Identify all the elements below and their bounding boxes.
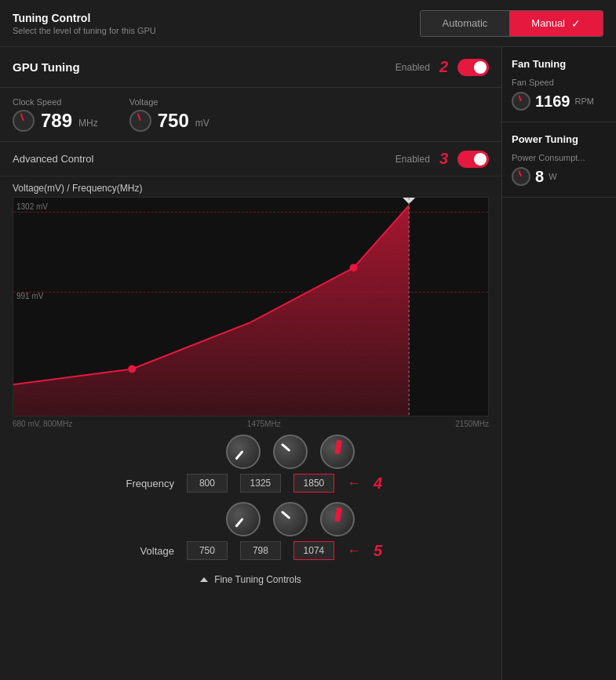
freq-knob-1[interactable] [226, 435, 261, 469]
power-consumption-dial[interactable] [512, 167, 530, 186]
chart-x-labels: 680 mV, 800MHz 1475MHz 2150MHz [0, 416, 501, 428]
vf-label: Voltage(mV) / Frequency(MHz) [0, 176, 501, 197]
fan-speed-value: 1169 [535, 93, 570, 111]
chart-x-right: 2150MHz [455, 420, 489, 428]
advanced-toggle[interactable] [457, 151, 489, 168]
power-tuning-title: Power Tuning [512, 133, 607, 145]
chart-dashed-mid [13, 292, 488, 293]
metrics-row: Clock Speed 789 MHz Voltage 750 mV [0, 88, 501, 142]
clock-unit: MHz [78, 118, 98, 129]
automatic-button[interactable]: Automatic [421, 11, 510, 36]
annotation-2: 2 [439, 58, 448, 76]
voltage-unit: mV [195, 118, 210, 129]
volt-input-1[interactable] [187, 541, 228, 560]
voltage-label: Voltage [129, 97, 210, 107]
gpu-tuning-title: GPU Tuning [13, 60, 80, 74]
advanced-control-row: Advanced Control Enabled 3 [0, 142, 501, 176]
freq-input-2[interactable] [240, 474, 281, 493]
annotation-5-arrow: ← [347, 543, 361, 559]
frequency-knobs-row [226, 435, 355, 469]
voltage-dial[interactable] [129, 110, 151, 132]
clock-value: 789 [41, 110, 72, 132]
power-consumption-row: 8 W [512, 167, 607, 186]
freq-input-1[interactable] [187, 474, 228, 493]
gpu-tuning-toggle-container: Enabled 2 [395, 58, 489, 76]
volt-knob-1[interactable] [226, 502, 261, 536]
power-consumption-label: Power Consumpt... [512, 153, 607, 162]
frequency-section: Frequency ← 4 Voltage ← 5 [0, 428, 501, 566]
svg-marker-0 [13, 205, 409, 416]
vf-chart[interactable]: 1302 mV 991 mV [13, 197, 489, 416]
tuning-header: Tuning Control Select the level of tunin… [0, 0, 616, 47]
chart-x-mid: 1475MHz [247, 420, 281, 428]
tuning-title: Tuning Control [13, 12, 156, 24]
frequency-label: Frequency [119, 478, 174, 489]
fan-tuning-title: Fan Tuning [512, 58, 607, 70]
voltage-item: Voltage 750 mV [129, 97, 210, 132]
main-content: GPU Tuning Enabled 2 Clock Speed 789 MHz… [0, 47, 616, 680]
voltage-knobs-row [226, 502, 355, 536]
volt-knob-2[interactable] [273, 502, 308, 536]
gpu-enabled-label: Enabled [395, 62, 430, 73]
gpu-tuning-toggle[interactable] [457, 59, 489, 76]
chart-x-left: 680 mV, 800MHz [13, 420, 72, 428]
svg-point-1 [128, 365, 136, 373]
svg-point-2 [350, 264, 358, 271]
tuning-subtitle: Select the level of tuning for this GPU [13, 26, 156, 35]
clock-value-row: 789 MHz [13, 110, 98, 132]
advanced-toggle-container: Enabled 3 [395, 150, 489, 168]
manual-button[interactable]: Manual [509, 11, 603, 36]
volt-knob-3[interactable] [320, 502, 355, 536]
voltage-value-row: 750 mV [129, 110, 210, 132]
clock-dial[interactable] [13, 110, 35, 132]
tuning-header-text: Tuning Control Select the level of tunin… [13, 12, 156, 35]
annotation-3: 3 [439, 150, 448, 168]
fan-tuning-section: Fan Tuning Fan Speed 1169 RPM [502, 47, 616, 122]
freq-input-3[interactable] [293, 474, 334, 493]
freq-knob-2[interactable] [273, 435, 308, 469]
clock-speed-item: Clock Speed 789 MHz [13, 97, 98, 132]
chart-y-mid-label: 991 mV [16, 292, 43, 300]
fan-speed-label: Fan Speed [512, 78, 607, 87]
left-panel: GPU Tuning Enabled 2 Clock Speed 789 MHz… [0, 47, 502, 680]
fan-speed-row: 1169 RPM [512, 92, 607, 111]
frequency-values-row: Frequency ← 4 [119, 474, 382, 493]
gpu-tuning-header: GPU Tuning Enabled 2 [0, 47, 501, 88]
power-consumption-unit: W [549, 172, 556, 181]
annotation-4-arrow: ← [347, 475, 361, 492]
right-panel: Fan Tuning Fan Speed 1169 RPM Power Tuni… [502, 47, 616, 680]
volt-input-3[interactable] [293, 541, 334, 560]
fine-tuning-label: Fine Tuning Controls [214, 574, 301, 585]
fan-speed-dial[interactable] [512, 92, 530, 111]
power-tuning-section: Power Tuning Power Consumpt... 8 W [502, 122, 616, 198]
fine-tuning-bar[interactable]: Fine Tuning Controls [0, 566, 501, 588]
power-consumption-value: 8 [535, 168, 544, 186]
annotation-4: 4 [374, 475, 382, 493]
annotation-5: 5 [374, 542, 382, 560]
clock-label: Clock Speed [13, 97, 98, 107]
voltage-row-label: Voltage [119, 545, 174, 557]
mode-selector: Automatic Manual [420, 10, 603, 37]
freq-knob-3[interactable] [320, 435, 355, 469]
chart-dashed-top [13, 212, 488, 213]
chevron-up-icon [200, 577, 208, 582]
advanced-label: Advanced Control [13, 153, 93, 165]
advanced-enabled-label: Enabled [395, 154, 430, 165]
chart-y-top-label: 1302 mV [16, 202, 48, 211]
fan-speed-unit: RPM [575, 96, 594, 106]
voltage-values-row: Voltage ← 5 [119, 541, 382, 560]
vf-curve-svg [13, 198, 488, 416]
voltage-value: 750 [158, 110, 189, 132]
volt-input-2[interactable] [240, 541, 281, 560]
